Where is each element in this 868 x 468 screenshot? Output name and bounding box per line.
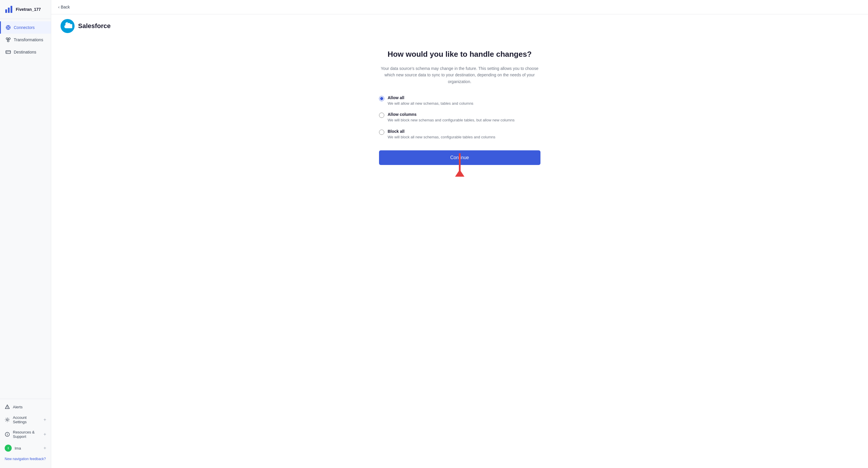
svg-rect-14: [6, 51, 10, 54]
option-block-all-desc: We will block all new schemas, configura…: [388, 134, 495, 140]
back-button[interactable]: ‹ Back: [58, 5, 70, 9]
page-title: How would you like to handle changes?: [379, 50, 540, 59]
back-chevron-icon: ‹: [58, 5, 60, 9]
svg-line-12: [7, 39, 8, 40]
page-description: Your data source's schema may change in …: [379, 65, 540, 85]
svg-rect-1: [8, 8, 10, 13]
connectors-icon: [5, 25, 11, 30]
option-block-all-label: Block all: [388, 129, 495, 134]
sidebar: Fivetran_177 Connectors: [0, 0, 51, 468]
svg-point-9: [6, 38, 8, 39]
arrow-line: [459, 153, 461, 177]
sidebar-feedback[interactable]: New navigation feedback?: [0, 455, 51, 463]
destinations-icon: [5, 50, 11, 55]
option-allow-columns[interactable]: Allow columns We will block new schemas …: [379, 112, 540, 123]
svg-text:i: i: [7, 433, 8, 436]
sidebar-item-resources[interactable]: i Resources & Support +: [0, 427, 51, 442]
back-label: Back: [61, 5, 70, 9]
sidebar-nav: Connectors Transformations: [0, 19, 51, 399]
resources-label: Resources & Support: [13, 430, 41, 439]
account-settings-icon: [5, 417, 10, 423]
radio-allow-all[interactable]: [379, 96, 384, 101]
alerts-icon: [5, 404, 10, 409]
main-content: ‹ Back Salesforce How would you like to …: [51, 0, 868, 468]
content-area: How would you like to handle changes? Yo…: [372, 38, 548, 188]
options-list: Allow all We will allow all new schemas,…: [379, 95, 540, 140]
svg-point-10: [8, 38, 10, 39]
account-settings-expand-icon: +: [43, 417, 46, 423]
account-settings-label: Account Settings: [13, 415, 41, 424]
sidebar-item-transformations[interactable]: Transformations: [0, 34, 51, 46]
sidebar-item-alerts[interactable]: Alerts: [0, 401, 51, 412]
transformations-icon: [5, 37, 11, 42]
user-avatar: I: [5, 445, 12, 451]
option-allow-all-content: Allow all We will allow all new schemas,…: [388, 95, 473, 106]
sidebar-item-connectors[interactable]: Connectors: [0, 21, 51, 34]
connector-title: Salesforce: [78, 22, 111, 30]
user-label: Ima: [14, 446, 21, 450]
alerts-label: Alerts: [13, 405, 23, 409]
sidebar-bottom: Alerts Account Settings + i Resources & …: [0, 399, 51, 468]
option-allow-columns-desc: We will block new schemas and configurab…: [388, 117, 515, 123]
option-block-all-content: Block all We will block all new schemas,…: [388, 129, 495, 140]
user-expand-icon: +: [43, 445, 46, 451]
transformations-label: Transformations: [14, 37, 43, 42]
sidebar-item-account-settings[interactable]: Account Settings +: [0, 412, 51, 427]
option-allow-columns-content: Allow columns We will block new schemas …: [388, 112, 515, 123]
connector-header: Salesforce: [51, 14, 868, 38]
connectors-label: Connectors: [14, 25, 35, 30]
radio-allow-columns[interactable]: [379, 113, 384, 118]
option-allow-all[interactable]: Allow all We will allow all new schemas,…: [379, 95, 540, 106]
sidebar-item-destinations[interactable]: Destinations: [0, 46, 51, 58]
svg-point-11: [7, 40, 9, 42]
option-allow-all-desc: We will allow all new schemas, tables an…: [388, 101, 473, 106]
radio-block-all[interactable]: [379, 130, 384, 135]
svg-line-13: [8, 39, 9, 40]
svg-point-18: [7, 408, 8, 408]
salesforce-logo: [61, 19, 74, 33]
option-allow-columns-label: Allow columns: [388, 112, 515, 117]
svg-point-19: [6, 419, 8, 420]
svg-point-16: [7, 52, 7, 53]
resources-icon: i: [5, 432, 10, 437]
sidebar-item-user[interactable]: I Ima +: [0, 442, 51, 455]
fivetran-logo-icon: [5, 5, 13, 13]
top-bar: ‹ Back: [51, 0, 868, 14]
svg-rect-0: [5, 9, 7, 13]
destinations-label: Destinations: [14, 50, 36, 54]
svg-point-4: [7, 27, 9, 28]
svg-rect-2: [10, 6, 12, 13]
arrow-annotation: [379, 167, 540, 177]
red-arrow: [455, 170, 464, 177]
option-block-all[interactable]: Block all We will block all new schemas,…: [379, 129, 540, 140]
option-allow-all-label: Allow all: [388, 95, 473, 100]
sidebar-logo: Fivetran_177: [0, 0, 51, 19]
sidebar-logo-text: Fivetran_177: [16, 7, 41, 12]
resources-expand-icon: +: [43, 432, 46, 437]
